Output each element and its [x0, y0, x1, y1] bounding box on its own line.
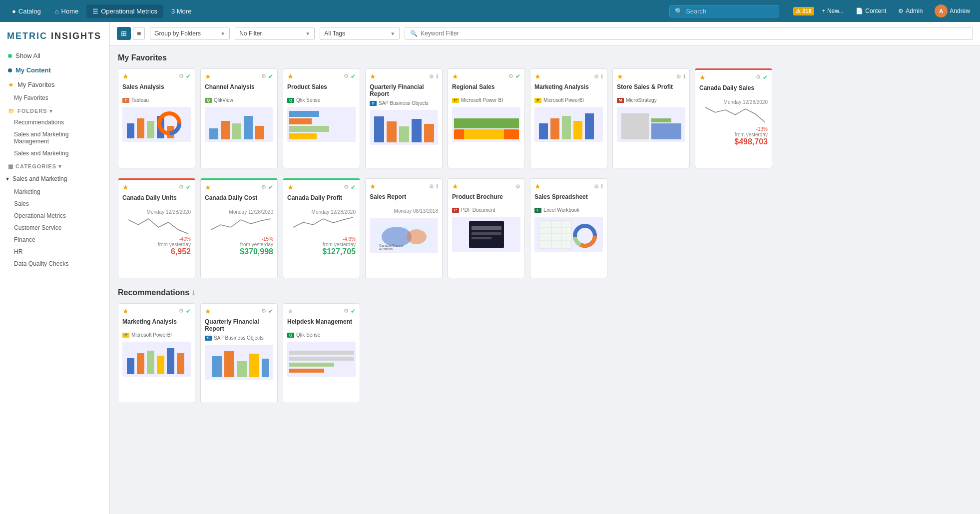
card-rec-quarterly[interactable]: ★ ⚙ ✔ Quarterly Financial Report S SAP B… [200, 303, 278, 403]
svg-rect-19 [412, 119, 422, 142]
card-product-brochure[interactable]: ★ ⚙ Product Brochure P PDF Document [448, 178, 525, 278]
sidebar-item-sales-marketing-mgmt[interactable]: Sales and Marketing Management [0, 128, 109, 147]
star-icon[interactable]: ★ [699, 73, 706, 81]
content-button[interactable]: 📄 Content [852, 5, 890, 16]
gear-icon[interactable]: ⚙ [756, 74, 761, 81]
search-bar[interactable]: 🔍 Search [669, 5, 779, 17]
gear-icon[interactable]: ⚙ [344, 308, 349, 315]
star-icon[interactable]: ★ [205, 72, 211, 80]
admin-button[interactable]: ⚙ Admin [894, 5, 927, 16]
sidebar-item-sales[interactable]: Sales [0, 198, 109, 210]
gear-icon[interactable]: ⚙ [594, 183, 599, 190]
star-icon[interactable]: ★ [287, 307, 294, 315]
gear-icon[interactable]: ⚙ [515, 183, 520, 190]
sidebar-item-hr[interactable]: HR [0, 246, 109, 258]
gear-icon[interactable]: ⚙ [676, 73, 681, 80]
star-icon[interactable]: ★ [370, 182, 376, 190]
catalog-icon: ● [12, 7, 16, 15]
card-source: Q QlikView [201, 96, 277, 105]
nav-tab-more[interactable]: 3 More [165, 4, 197, 18]
card-product-sales[interactable]: ★ ⚙ ✔ Product Sales Q Qlik Sense [283, 68, 360, 168]
keyword-input[interactable] [421, 30, 968, 37]
keyword-filter[interactable]: 🔍 [405, 27, 973, 40]
gear-icon[interactable]: ⚙ [429, 183, 434, 190]
chart-svg [207, 108, 272, 141]
sidebar-item-recommendations[interactable]: Recommendations [0, 116, 109, 128]
card-rec-marketing[interactable]: ★ ⚙ ✔ Marketing Analysis P Microsoft Pow… [118, 303, 195, 403]
card-store-sales[interactable]: ★ ⚙ ℹ Store Sales & Profit M MicroStrate… [612, 68, 690, 168]
sidebar-item-my-favorites[interactable]: ★ My Favorites [0, 77, 109, 92]
star-icon[interactable]: ★ [122, 307, 129, 315]
sidebar-item-sales-marketing-folder[interactable]: Sales and Marketing [0, 147, 109, 159]
nav-tab-home[interactable]: ⌂ Home [49, 4, 85, 18]
card-quarterly-financial[interactable]: ★ ⚙ ℹ Quarterly Financial Report S SAP B… [365, 68, 443, 168]
sidebar-item-show-all[interactable]: Show All [0, 48, 109, 63]
card-sales-report[interactable]: ★ ⚙ ℹ Sales Report Monday 08/13/2018 [365, 178, 443, 278]
star-icon[interactable]: ★ [617, 72, 623, 80]
categories-section-title: ▦ Categories ▾ [0, 159, 109, 172]
star-icon[interactable]: ★ [287, 72, 294, 80]
chart-svg [124, 343, 189, 376]
card-canada-daily-sales[interactable]: ★ ⚙ ✔ Canada Daily Sales Monday 12/28/20… [695, 68, 772, 168]
star-icon[interactable]: ★ [205, 183, 211, 191]
list-view-button[interactable]: ≡ [133, 27, 145, 40]
gear-icon[interactable]: ⚙ [344, 184, 349, 191]
sidebar-item-marketing[interactable]: Marketing [0, 186, 109, 198]
alert-badge[interactable]: ⚠ 218 [793, 7, 814, 15]
sparkline-svg [291, 215, 356, 235]
info-icon: ℹ [683, 73, 685, 80]
card-canada-daily-cost[interactable]: ★ ⚙ ✔ Canada Daily Cost Monday 12/28/202… [200, 178, 278, 278]
sidebar-item-my-favorites-sub[interactable]: My Favorites [0, 92, 109, 104]
sparkline-svg [126, 215, 191, 235]
card-canada-daily-profit[interactable]: ★ ⚙ ✔ Canada Daily Profit Monday 12/28/2… [283, 178, 360, 278]
user-button[interactable]: A Andrew [931, 2, 974, 19]
gear-icon[interactable]: ⚙ [261, 308, 266, 315]
powerbi-icon: P [122, 333, 129, 338]
card-sales-analysis[interactable]: ★ ⚙ ✔ Sales Analysis T Tableau [118, 68, 195, 168]
gear-icon[interactable]: ⚙ [261, 73, 266, 80]
sidebar-item-customer-service[interactable]: Customer Service [0, 222, 109, 234]
gear-icon[interactable]: ⚙ [179, 184, 184, 191]
star-icon[interactable]: ★ [205, 307, 211, 315]
card-thumbnail [617, 107, 685, 142]
sidebar-item-finance[interactable]: Finance [0, 234, 109, 246]
chart-svg [619, 108, 684, 141]
gear-icon[interactable]: ⚙ [508, 73, 513, 80]
card-rec-helpdesk[interactable]: ★ ⚙ ✔ Helpdesk Management Q Qlik Sense [283, 303, 360, 403]
gear-icon[interactable]: ⚙ [261, 184, 266, 191]
search-icon: 🔍 [675, 7, 683, 15]
sidebar-item-my-content[interactable]: My Content [0, 63, 109, 77]
gear-icon[interactable]: ⚙ [179, 73, 184, 80]
gear-icon[interactable]: ⚙ [179, 308, 184, 315]
check-icon: ✔ [268, 73, 273, 80]
no-filter-select[interactable]: No Filter ▼ [235, 27, 315, 40]
star-icon[interactable]: ★ [534, 182, 541, 190]
star-icon[interactable]: ★ [452, 182, 459, 190]
star-icon[interactable]: ★ [370, 72, 376, 80]
nav-tab-catalog[interactable]: ● Catalog [6, 4, 47, 18]
group-by-filter[interactable]: Group by Folders ▼ [150, 27, 230, 40]
new-button[interactable]: + New... [818, 5, 848, 16]
gear-icon[interactable]: ⚙ [594, 73, 599, 80]
sidebar: METRIC INSIGHTS Show All My Content ★ My… [0, 22, 110, 514]
star-icon[interactable]: ★ [122, 183, 129, 191]
sidebar-item-operational-metrics[interactable]: Operational Metrics [0, 210, 109, 222]
grid-view-button[interactable]: ⊞ [117, 27, 131, 40]
gear-icon[interactable]: ⚙ [344, 73, 349, 80]
card-regional-sales[interactable]: ★ ⚙ ✔ Regional Sales P Microsoft Power B… [448, 68, 525, 168]
sparkline-svg [208, 215, 273, 235]
card-thumbnail [534, 107, 603, 142]
gear-icon[interactable]: ⚙ [429, 73, 434, 80]
tags-filter[interactable]: All Tags ▼ [320, 27, 400, 40]
card-marketing-analysis[interactable]: ★ ⚙ ℹ Marketing Analysis P Microsoft Pow… [530, 68, 607, 168]
nav-tab-operational[interactable]: ☰ Operational Metrics [86, 4, 163, 18]
card-sales-spreadsheet[interactable]: ★ ⚙ ℹ Sales Spreadsheet E Excel Workbook [530, 178, 607, 278]
star-icon[interactable]: ★ [452, 72, 459, 80]
star-icon[interactable]: ★ [122, 72, 129, 80]
star-icon[interactable]: ★ [534, 72, 541, 80]
sidebar-item-data-quality[interactable]: Data Quality Checks [0, 258, 109, 270]
star-icon[interactable]: ★ [287, 183, 294, 191]
card-channel-analysis[interactable]: ★ ⚙ ✔ Channel Analysis Q QlikView [200, 68, 278, 168]
card-canada-daily-units[interactable]: ★ ⚙ ✔ Canada Daily Units Monday 12/28/20… [118, 178, 195, 278]
sidebar-item-sales-marketing-cat[interactable]: ▾ Sales and Marketing [0, 172, 109, 186]
